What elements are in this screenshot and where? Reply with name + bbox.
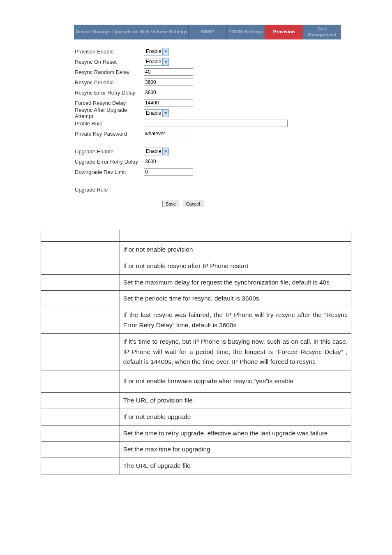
table-cell: Set the periodic time for resync, defaul… (120, 291, 351, 307)
upgrade-enable-select[interactable]: Enable (144, 148, 169, 155)
provision-enable-label: Provison Enable (74, 49, 144, 55)
table-cell: If or not enable resync after IP Phone r… (120, 258, 351, 274)
table-cell: Set the time to retry upgrade, effective… (120, 425, 351, 442)
table-cell: If or not enable provision (120, 242, 351, 258)
tab-upgrade-on-web[interactable]: Upgrade on Web (112, 25, 150, 39)
select-value: Enable (144, 49, 162, 54)
provision-enable-select[interactable]: Enable (144, 48, 169, 56)
resync-error-retry-delay-input[interactable] (144, 89, 193, 96)
upgrade-rule-label: Upgrade Rule (74, 187, 144, 193)
upgrade-error-retry-delay-label: Upgrade Error Retry Delay (74, 159, 144, 165)
resync-on-reset-label: Resync On Reset (74, 59, 144, 65)
save-button[interactable]: Save (162, 201, 179, 207)
forced-resync-delay-label: Forced Resync Delay (74, 100, 144, 106)
resync-on-reset-select[interactable]: Enable (144, 58, 169, 66)
upgrade-rule-input[interactable] (144, 186, 193, 193)
select-value: Enable (144, 59, 162, 65)
downgrade-rev-limit-input[interactable] (144, 168, 193, 176)
resync-after-upgrade-attempt-label: Resync After Upgrade Attempt (74, 107, 144, 119)
table-cell: If the last resync was failured, the IP … (120, 307, 351, 334)
cancel-button[interactable]: Cancel (183, 201, 203, 207)
upgrade-error-retry-delay-input[interactable] (144, 158, 193, 165)
resync-random-delay-label: Resync Random Delay (74, 69, 144, 75)
profile-rule-input[interactable] (144, 120, 288, 127)
table-cell: Set the max time for upgrading (120, 442, 351, 458)
chevron-down-icon (162, 110, 168, 117)
resync-error-retry-delay-label: Resync Error Retry Delay (74, 90, 144, 96)
select-value: Enable (144, 110, 162, 116)
profile-rule-label: Profile Rule (74, 120, 144, 127)
tab-provision[interactable]: Provision (265, 25, 303, 39)
resync-periodic-label: Resync Periodic (74, 79, 144, 86)
table-cell: If it’s time to resync, but IP Phone is … (120, 333, 351, 370)
tab-label: Upgrade on Web (112, 29, 150, 35)
tab-cert-management[interactable]: Cert Management (303, 25, 341, 39)
tab-label: Provision (273, 29, 295, 35)
tabs-nav: Device Manage Upgrade on Web Volume Sett… (74, 25, 341, 39)
tab-volume-settings[interactable]: Volume Settings (150, 25, 189, 39)
table-cell: Set the maximum delay for request the sy… (120, 274, 351, 291)
tab-tr069-settings[interactable]: TR069 Settings (227, 25, 265, 39)
table-cell: If or not enable firmware upgrade after … (120, 370, 351, 393)
tab-snmp[interactable]: SNMP (189, 25, 227, 39)
table-cell: If or not enable upgrade (120, 409, 351, 425)
forced-resync-delay-input[interactable] (144, 99, 193, 106)
resync-random-delay-input[interactable] (144, 68, 193, 76)
upgrade-enable-label: Upgrade Enable (74, 148, 144, 155)
description-table: If or not enable provision If or not ena… (41, 230, 351, 474)
select-value: Enable (144, 148, 162, 154)
table-cell: The URL of provision file (120, 392, 351, 409)
chevron-down-icon (162, 48, 168, 55)
chevron-down-icon (162, 148, 168, 155)
tab-label: Volume Settings (151, 29, 187, 35)
chevron-down-icon (162, 58, 168, 65)
downgrade-rev-limit-label: Downgrade Rev Limit (74, 169, 144, 175)
tab-label: TR069 Settings (228, 29, 263, 35)
tab-label: SNMP (201, 29, 214, 35)
private-key-password-input[interactable] (144, 130, 193, 137)
resync-after-upgrade-attempt-select[interactable]: Enable (144, 109, 169, 117)
tab-label: Device Manage (76, 29, 110, 35)
private-key-password-label: Private Key Password (74, 131, 144, 137)
tab-device-manage[interactable]: Device Manage (74, 25, 112, 39)
resync-periodic-input[interactable] (144, 79, 193, 86)
table-cell: The URL of upgrade file (120, 458, 351, 474)
tab-label: Cert Management (303, 26, 341, 38)
